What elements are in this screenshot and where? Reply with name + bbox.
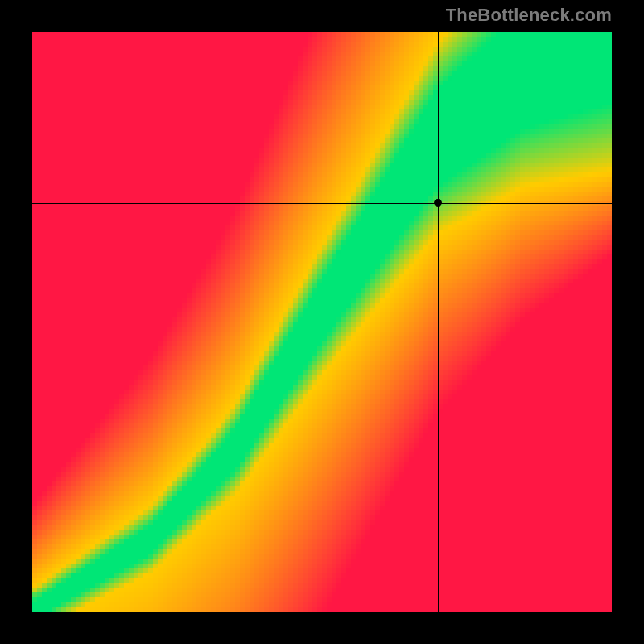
watermark-text: TheBottleneck.com bbox=[446, 5, 612, 26]
chart-frame: TheBottleneck.com bbox=[0, 0, 644, 644]
plot-area bbox=[32, 32, 612, 612]
heatmap-canvas bbox=[32, 32, 612, 612]
